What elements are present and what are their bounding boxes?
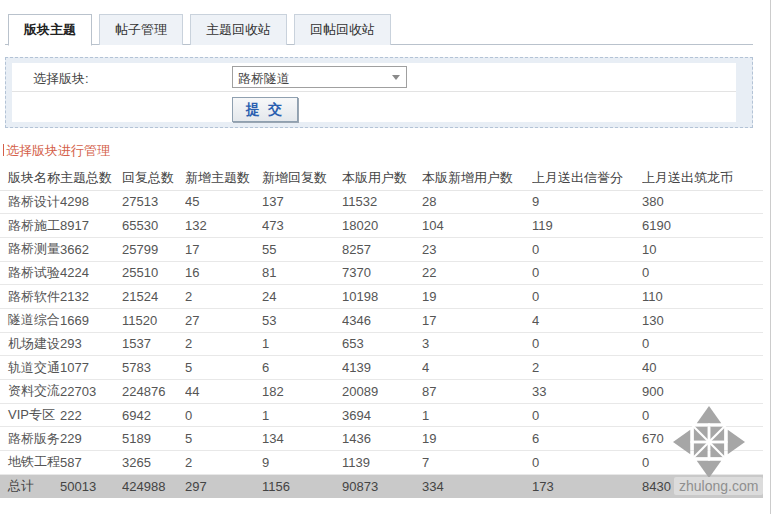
stat-cell: 900 xyxy=(642,380,763,404)
tab-主题回收站[interactable]: 主题回收站 xyxy=(190,14,287,45)
stat-cell: 7 xyxy=(422,451,532,475)
stat-cell: 87 xyxy=(422,380,532,404)
stat-cell: 16 xyxy=(185,261,262,285)
stat-cell: 6 xyxy=(532,427,642,451)
stat-cell: 1 xyxy=(262,403,342,427)
stat-cell: 17 xyxy=(422,308,532,332)
board-select-dropdown[interactable]: 路桥隧道 xyxy=(232,66,407,88)
stat-cell: 9 xyxy=(532,190,642,214)
stat-cell: 25510 xyxy=(122,261,185,285)
table-row: 路桥施工891765530132473180201041196190 xyxy=(0,214,763,238)
stat-cell: 23 xyxy=(422,237,532,261)
column-header: 本版新增用户数 xyxy=(422,166,532,190)
stat-cell: 5 xyxy=(185,356,262,380)
stat-cell: 1537 xyxy=(122,332,185,356)
stat-cell: 130 xyxy=(642,308,763,332)
stat-cell: 25799 xyxy=(122,237,185,261)
stat-cell: 6190 xyxy=(642,214,763,238)
submit-button[interactable]: 提 交 xyxy=(232,97,298,122)
stat-cell: 10 xyxy=(642,237,763,261)
stat-cell: 104 xyxy=(422,214,532,238)
stat-cell: 424988 xyxy=(122,474,185,498)
stat-cell: 0 xyxy=(642,261,763,285)
stat-cell: 4 xyxy=(422,356,532,380)
column-header: 主题总数 xyxy=(60,166,122,190)
column-header: 本版用户数 xyxy=(342,166,422,190)
tab-版块主题[interactable]: 版块主题 xyxy=(8,14,92,46)
stat-cell: 1 xyxy=(422,403,532,427)
stat-cell: 1 xyxy=(262,332,342,356)
table-row: 资料交流2270322487644182200898733900 xyxy=(0,380,763,404)
stat-cell: 334 xyxy=(422,474,532,498)
board-name-cell: 地铁工程 xyxy=(0,451,60,475)
select-board-label: 选择版块: xyxy=(33,70,89,88)
stat-cell: 1077 xyxy=(60,356,122,380)
stat-cell: 24 xyxy=(262,285,342,309)
table-row: 轨道交通107757835641394240 xyxy=(0,356,763,380)
stat-cell: 473 xyxy=(262,214,342,238)
stat-cell: 4346 xyxy=(342,308,422,332)
board-name-cell: 路桥设计 xyxy=(0,190,60,214)
tab-回帖回收站[interactable]: 回帖回收站 xyxy=(294,14,391,45)
stat-cell: 11520 xyxy=(122,308,185,332)
stat-cell: 0 xyxy=(532,451,642,475)
stat-cell: 65530 xyxy=(122,214,185,238)
tab-帖子管理[interactable]: 帖子管理 xyxy=(99,14,183,45)
select-row: 选择版块: 路桥隧道 xyxy=(12,63,736,92)
stat-cell: 21524 xyxy=(122,285,185,309)
stat-cell: 8257 xyxy=(342,237,422,261)
stat-cell: 3265 xyxy=(122,451,185,475)
stat-cell: 22703 xyxy=(60,380,122,404)
stat-cell: 2 xyxy=(185,451,262,475)
stat-cell: 1156 xyxy=(262,474,342,498)
stat-cell: 2 xyxy=(185,332,262,356)
board-name-cell: 隧道综合 xyxy=(0,308,60,332)
stat-cell: 5783 xyxy=(122,356,185,380)
watermark-text: zhulong.com xyxy=(674,477,763,495)
table-row: 地铁工程5873265291139700 xyxy=(0,451,763,475)
column-header: 上月送出信誉分 xyxy=(532,166,642,190)
table-row: 隧道综合16691152027534346174130 xyxy=(0,308,763,332)
board-name-cell: 资料交流 xyxy=(0,380,60,404)
stat-cell: 0 xyxy=(532,237,642,261)
stat-cell: 137 xyxy=(262,190,342,214)
board-name-cell: 机场建设 xyxy=(0,332,60,356)
stat-cell: 7370 xyxy=(342,261,422,285)
board-stats-table: 版块名称主题总数回复总数新增主题数新增回复数本版用户数本版新增用户数上月送出信誉… xyxy=(0,166,763,498)
stat-cell: 0 xyxy=(185,403,262,427)
column-header: 版块名称 xyxy=(0,166,60,190)
stat-cell: 2132 xyxy=(60,285,122,309)
stat-cell: 132 xyxy=(185,214,262,238)
column-header: 上月送出筑龙币 xyxy=(642,166,763,190)
stat-cell: 5189 xyxy=(122,427,185,451)
stat-cell: 2 xyxy=(532,356,642,380)
tab-bar: 版块主题帖子管理主题回收站回帖回收站 xyxy=(5,14,753,45)
stat-cell: 2 xyxy=(185,285,262,309)
stat-cell: 3 xyxy=(422,332,532,356)
stat-cell: 380 xyxy=(642,190,763,214)
stat-cell: 224876 xyxy=(122,380,185,404)
manage-board-link[interactable]: 选择版块进行管理 xyxy=(3,142,110,160)
stat-cell: 17 xyxy=(185,237,262,261)
table-row: 机场建设293153721653300 xyxy=(0,332,763,356)
zhulong-logo-icon xyxy=(666,406,752,478)
stat-cell: 119 xyxy=(532,214,642,238)
stat-cell: 44 xyxy=(185,380,262,404)
stat-cell: 653 xyxy=(342,332,422,356)
board-name-cell: 路桥试验 xyxy=(0,261,60,285)
stat-cell: 45 xyxy=(185,190,262,214)
table-row: 路桥版务229518951341436196670 xyxy=(0,427,763,451)
stat-cell: 19 xyxy=(422,285,532,309)
stat-cell: 293 xyxy=(60,332,122,356)
stat-cell: 27 xyxy=(185,308,262,332)
table-row: 路桥试验422425510168173702200 xyxy=(0,261,763,285)
stat-cell: 27513 xyxy=(122,190,185,214)
column-header: 新增回复数 xyxy=(262,166,342,190)
stat-cell: 3694 xyxy=(342,403,422,427)
stat-cell: 297 xyxy=(185,474,262,498)
stat-cell: 229 xyxy=(60,427,122,451)
stat-cell: 3662 xyxy=(60,237,122,261)
board-name-cell: 路桥软件 xyxy=(0,285,60,309)
stat-cell: 90873 xyxy=(342,474,422,498)
stat-cell: 20089 xyxy=(342,380,422,404)
